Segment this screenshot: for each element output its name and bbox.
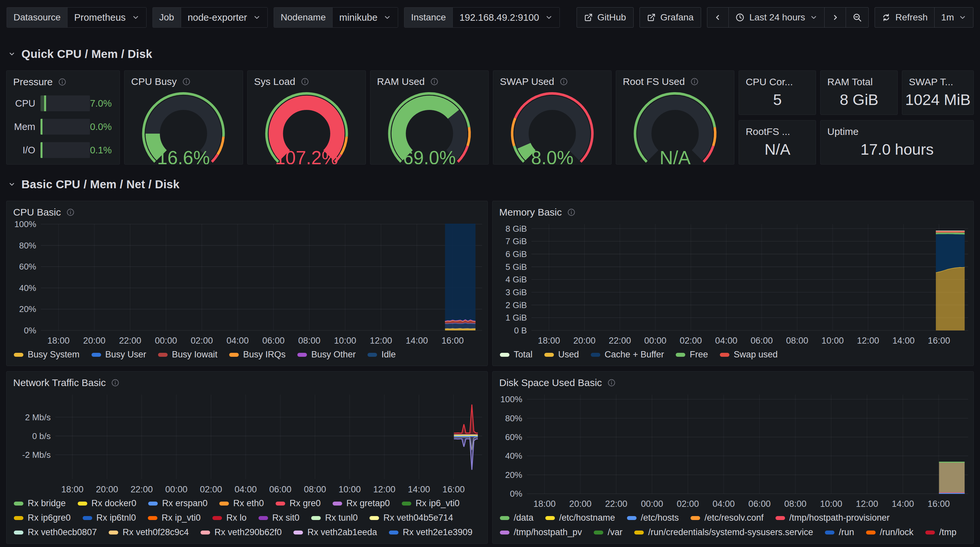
info-icon[interactable] <box>567 208 576 217</box>
svg-text:08:00: 08:00 <box>784 499 807 509</box>
legend-label: Rx gre0 <box>290 498 321 509</box>
panel-title: CPU Busy <box>131 76 177 87</box>
legend-item[interactable]: Cache + Buffer <box>591 350 664 360</box>
legend-item[interactable]: Rx lo <box>212 513 247 523</box>
panel-title: Pressure <box>13 76 52 87</box>
legend-swatch-icon <box>720 353 729 357</box>
legend-row: /tmp/hostpath_pv/var/run/credentials/sys… <box>500 527 969 537</box>
github-link-button[interactable]: GitHub <box>577 7 633 28</box>
legend-label: Rx eth0 <box>233 498 264 509</box>
legend-item[interactable]: /run/credentials/systemd-sysusers.servic… <box>634 527 813 537</box>
legend-item[interactable]: Busy Other <box>298 350 356 360</box>
legend-item[interactable]: /var <box>594 527 622 537</box>
var-picker-job[interactable]: Job node-exporter <box>153 7 268 28</box>
legend-item[interactable]: Rx sit0 <box>258 513 300 523</box>
legend-item[interactable]: Rx ip6tnl0 <box>83 513 136 523</box>
legend-item[interactable]: /tmp/hostpath-provisioner <box>775 513 890 523</box>
cpu-basic-plot: 0%20%40%60%80%100%18:0020:0022:0000:0002… <box>6 220 487 348</box>
legend-item[interactable]: Rx tunl0 <box>311 513 358 523</box>
svg-text:20:00: 20:00 <box>83 336 106 346</box>
time-zoom-out-button[interactable] <box>846 8 869 27</box>
legend-item[interactable]: /data <box>500 513 533 523</box>
time-shift-back-button[interactable] <box>707 8 729 27</box>
info-icon[interactable] <box>690 77 699 86</box>
legend-item[interactable]: Rx veth2ab1eeda <box>293 527 377 537</box>
section-title: Basic CPU / Mem / Net / Disk <box>21 178 180 191</box>
legend-item[interactable]: Rx veth290b62f0 <box>200 527 282 537</box>
svg-text:02:00: 02:00 <box>191 336 213 346</box>
section-header-quick[interactable]: Quick CPU / Mem / Disk <box>8 48 974 60</box>
legend-item[interactable]: Rx veth2e1e3909 <box>389 527 473 537</box>
legend-swatch-icon <box>258 516 268 520</box>
memory-basic-legend: TotalUsedCache + BufferFreeSwap used <box>493 348 974 366</box>
legend-item[interactable]: Rx ip6gre0 <box>14 513 71 523</box>
svg-text:14:00: 14:00 <box>892 499 914 509</box>
legend-item[interactable]: /tmp/hostpath_pv <box>500 527 582 537</box>
chevron-left-icon <box>714 13 722 21</box>
legend-item[interactable]: /run/lock <box>866 527 913 537</box>
legend-item[interactable]: Rx ip6_vti0 <box>402 498 460 509</box>
legend-item[interactable]: /run <box>825 527 854 537</box>
legend-item[interactable]: Rx veth0ecb0807 <box>14 527 97 537</box>
refresh-button[interactable]: Refresh <box>875 8 934 27</box>
legend-item[interactable]: /tmp <box>925 527 957 537</box>
legend-label: Rx gretap0 <box>347 498 390 509</box>
legend-item[interactable]: Swap used <box>720 350 778 360</box>
pressure-row: Mem 0.0% <box>13 119 111 135</box>
refresh-interval-label: 1m <box>941 12 954 23</box>
info-icon[interactable] <box>182 77 191 86</box>
legend-item[interactable]: /etc/hosts <box>627 513 679 523</box>
panel-ram-total: RAM Total 8 GiB <box>820 70 898 115</box>
svg-text:7 GiB: 7 GiB <box>506 236 527 246</box>
panel-title: RAM Total <box>827 76 873 87</box>
legend-item[interactable]: Rx bridge <box>14 498 66 509</box>
time-series-plot: 0%20%40%60%80%100%18:0020:0022:0000:0002… <box>6 220 487 348</box>
stat-value: 1024 MiB <box>902 90 974 109</box>
legend-label: /var <box>608 527 622 537</box>
legend-item[interactable]: Free <box>676 350 708 360</box>
legend-item[interactable]: Rx erspan0 <box>148 498 207 509</box>
legend-item[interactable]: Rx docker0 <box>78 498 137 509</box>
legend-item[interactable]: Rx gretap0 <box>332 498 390 509</box>
info-icon[interactable] <box>430 77 439 86</box>
info-icon[interactable] <box>58 78 67 86</box>
legend-item[interactable]: Idle <box>368 350 396 360</box>
legend-item[interactable]: Busy System <box>14 350 80 360</box>
legend-label: /tmp/hostpath_pv <box>514 527 582 537</box>
var-picker-datasource[interactable]: Datasource Prometheus <box>6 7 146 28</box>
svg-text:10:00: 10:00 <box>334 336 356 346</box>
var-picker-nodename[interactable]: Nodename minikube <box>274 7 398 28</box>
panel-cpu-basic: CPU Basic 0%20%40%60%80%100%18:0020:0022… <box>6 201 488 366</box>
legend-item[interactable]: Rx ip_vti0 <box>148 513 201 523</box>
legend-item[interactable]: Total <box>500 350 533 360</box>
svg-text:-2 Mb/s: -2 Mb/s <box>22 450 51 460</box>
legend-item[interactable]: Rx gre0 <box>275 498 321 509</box>
legend-item[interactable]: Busy IRQs <box>229 350 285 360</box>
section-header-basic[interactable]: Basic CPU / Mem / Net / Disk <box>8 178 974 191</box>
info-icon[interactable] <box>607 379 616 387</box>
info-icon[interactable] <box>66 208 75 217</box>
info-icon[interactable] <box>560 77 568 86</box>
legend-item[interactable]: Rx veth0f28c9c4 <box>109 527 189 537</box>
svg-text:0 B: 0 B <box>514 325 527 335</box>
refresh-interval-button[interactable]: 1m <box>934 8 973 27</box>
legend-swatch-icon <box>14 516 23 520</box>
legend-item[interactable]: Used <box>544 350 579 360</box>
legend-item[interactable]: Busy Iowait <box>158 350 217 360</box>
time-shift-forward-button[interactable] <box>824 8 846 27</box>
legend-item[interactable]: Rx eth0 <box>219 498 264 509</box>
legend-item[interactable]: /etc/resolv.conf <box>690 513 764 523</box>
grafana-link-button[interactable]: Grafana <box>640 7 701 28</box>
section-chevron-icon <box>8 181 16 188</box>
legend-item[interactable]: Busy User <box>92 350 146 360</box>
legend-swatch-icon <box>402 502 411 506</box>
info-icon[interactable] <box>301 77 309 86</box>
legend-item[interactable]: Rx veth04b5e714 <box>369 513 453 523</box>
info-icon[interactable] <box>111 379 119 387</box>
var-picker-instance[interactable]: Instance 192.168.49.2:9100 <box>404 7 560 28</box>
legend-item[interactable]: /etc/hostname <box>545 513 615 523</box>
legend-label: Rx veth0ecb0807 <box>28 527 97 537</box>
legend-swatch-icon <box>690 516 700 520</box>
time-range-picker-button[interactable]: Last 24 hours <box>729 8 824 27</box>
section-title: Quick CPU / Mem / Disk <box>21 48 152 60</box>
